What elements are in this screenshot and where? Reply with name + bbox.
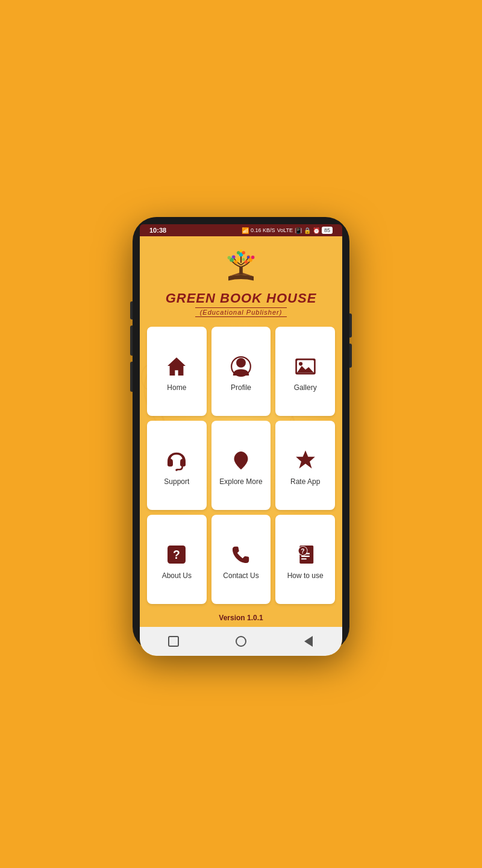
menu-item-about[interactable]: ? About Us bbox=[147, 515, 207, 604]
svg-point-17 bbox=[234, 260, 238, 264]
nav-home-button[interactable] bbox=[233, 633, 249, 650]
volume-silent-button bbox=[130, 301, 133, 319]
version-text: Version 1.0.1 bbox=[219, 614, 263, 622]
support-label: Support bbox=[164, 477, 189, 486]
menu-item-explore[interactable]: Explore More bbox=[211, 421, 271, 510]
about-label: About Us bbox=[162, 571, 192, 580]
nav-back-button[interactable] bbox=[300, 633, 317, 650]
svg-point-29 bbox=[176, 469, 178, 471]
menu-item-howto[interactable]: ? How to use bbox=[275, 515, 335, 604]
home-icon bbox=[163, 353, 190, 380]
status-icons: 📶 0.16 KB/S VoLTE 📳 🔒 ⏰ 85 bbox=[242, 227, 333, 234]
explore-icon bbox=[228, 447, 254, 474]
contact-icon bbox=[228, 541, 254, 568]
svg-marker-30 bbox=[296, 450, 315, 468]
svg-rect-27 bbox=[167, 461, 173, 467]
version-bar: Version 1.0.1 bbox=[140, 609, 342, 627]
alarm-icon: ⏰ bbox=[313, 227, 320, 234]
contact-label: Contact Us bbox=[223, 571, 258, 580]
app-header: GREEN BOOK HOUSE (Educational Publisher) bbox=[140, 236, 342, 322]
power-button bbox=[349, 313, 352, 338]
nav-recents-button[interactable] bbox=[165, 633, 182, 650]
clock: 10:38 bbox=[149, 227, 166, 234]
gallery-icon bbox=[292, 353, 319, 380]
svg-point-11 bbox=[233, 256, 236, 259]
svg-point-15 bbox=[240, 250, 243, 253]
phone-screen: GREEN BOOK HOUSE (Educational Publisher)… bbox=[140, 236, 342, 656]
svg-text:?: ? bbox=[173, 548, 180, 561]
app-content: GREEN BOOK HOUSE (Educational Publisher)… bbox=[140, 236, 342, 627]
profile-icon bbox=[228, 353, 254, 380]
howto-label: How to use bbox=[287, 571, 324, 580]
wifi-icon: 0.16 KB/S bbox=[251, 227, 275, 233]
app-logo bbox=[220, 246, 262, 288]
rate-label: Rate App bbox=[290, 477, 320, 486]
home-nav-icon bbox=[236, 636, 246, 647]
svg-point-21 bbox=[236, 358, 246, 368]
profile-label: Profile bbox=[231, 383, 251, 392]
menu-item-support[interactable]: Support bbox=[147, 421, 207, 510]
app-subtitle: (Educational Publisher) bbox=[195, 307, 287, 317]
menu-grid: Home Profile bbox=[140, 322, 342, 609]
recents-icon bbox=[168, 636, 179, 647]
svg-point-19 bbox=[237, 258, 240, 261]
menu-item-home[interactable]: Home bbox=[147, 327, 207, 416]
volte-icon: VoLTE bbox=[277, 227, 293, 233]
explore-label: Explore More bbox=[219, 477, 262, 486]
svg-rect-28 bbox=[180, 461, 186, 467]
app-title: GREEN BOOK HOUSE bbox=[166, 291, 317, 306]
svg-rect-36 bbox=[301, 558, 307, 559]
howto-icon: ? bbox=[292, 541, 319, 568]
svg-rect-35 bbox=[301, 556, 310, 557]
svg-point-10 bbox=[251, 256, 255, 259]
signal-icon: 📶 bbox=[242, 227, 249, 234]
svg-point-6 bbox=[228, 256, 231, 260]
navigation-bar bbox=[140, 627, 342, 656]
menu-item-contact[interactable]: Contact Us bbox=[211, 515, 271, 604]
svg-rect-4 bbox=[239, 267, 243, 275]
back-icon bbox=[304, 636, 313, 647]
volume-down-button bbox=[130, 362, 133, 392]
svg-point-16 bbox=[247, 256, 249, 259]
phone-frame: 10:38 📶 0.16 KB/S VoLTE 📳 🔒 ⏰ 85 bbox=[133, 217, 349, 651]
menu-item-gallery[interactable]: Gallery bbox=[275, 327, 335, 416]
svg-point-18 bbox=[245, 260, 248, 264]
svg-text:?: ? bbox=[301, 547, 304, 555]
battery-level: 85 bbox=[322, 227, 333, 234]
fingerprint-button bbox=[349, 344, 352, 368]
menu-item-profile[interactable]: Profile bbox=[211, 327, 271, 416]
about-icon: ? bbox=[163, 541, 190, 568]
support-icon bbox=[163, 447, 190, 474]
status-bar: 10:38 📶 0.16 KB/S VoLTE 📳 🔒 ⏰ 85 bbox=[140, 224, 342, 236]
menu-item-rate[interactable]: Rate App bbox=[275, 421, 335, 510]
volume-up-button bbox=[130, 326, 133, 356]
svg-point-26 bbox=[299, 362, 302, 366]
rate-icon bbox=[292, 447, 319, 474]
home-label: Home bbox=[167, 383, 186, 392]
gallery-label: Gallery bbox=[294, 383, 317, 392]
svg-point-20 bbox=[242, 258, 245, 261]
lock-icon: 🔒 bbox=[304, 227, 311, 234]
vibrate-icon: 📳 bbox=[295, 227, 302, 234]
